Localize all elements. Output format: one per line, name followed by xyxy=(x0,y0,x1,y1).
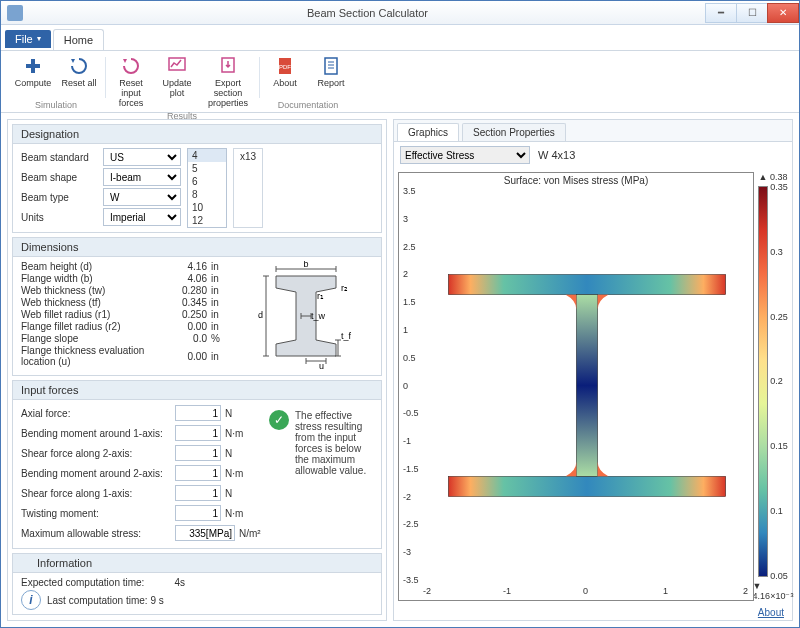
svg-text:d: d xyxy=(258,310,263,320)
graphics-tabs: Graphics Section Properties xyxy=(394,120,792,142)
force-label: Maximum allowable stress: xyxy=(21,528,171,539)
close-button[interactable]: ✕ xyxy=(767,3,799,23)
colorbar: ▲ 0.38 0.350.30.250.20.150.10.05 ▼ 4.16×… xyxy=(758,172,788,601)
left-pane: Designation Beam standardUS Beam shapeI-… xyxy=(7,119,387,621)
about-button[interactable]: PDF About xyxy=(263,53,307,91)
ribbon-group-simulation: Compute Reset all Simulation xyxy=(7,53,105,112)
tab-section-properties[interactable]: Section Properties xyxy=(462,123,566,141)
file-menu[interactable]: File xyxy=(5,30,51,48)
force-input[interactable] xyxy=(175,405,221,421)
force-input[interactable] xyxy=(175,465,221,481)
label-beam-type: Beam type xyxy=(21,192,99,203)
plot-type-select[interactable]: Effective Stress xyxy=(400,146,530,164)
pdf-icon: PDF xyxy=(274,55,296,77)
svg-rect-23 xyxy=(448,476,725,496)
tab-home[interactable]: Home xyxy=(53,29,104,50)
information-header: Information xyxy=(13,554,381,573)
export-button[interactable]: Export section properties xyxy=(201,53,255,111)
content: Designation Beam standardUS Beam shapeI-… xyxy=(1,113,799,627)
report-icon xyxy=(320,55,342,77)
reset-forces-icon xyxy=(120,55,142,77)
dim-label: Web fillet radius (r1) xyxy=(21,309,171,320)
reset-icon xyxy=(68,55,90,77)
stress-plot[interactable]: Surface: von Mises stress (MPa) xyxy=(398,172,754,601)
graph-toolbar: Effective Stress W 4x13 xyxy=(394,142,792,168)
forces-header: Input forces xyxy=(13,381,381,400)
about-link[interactable]: About xyxy=(394,605,792,620)
dim-value: 0.00 xyxy=(171,351,207,362)
force-label: Bending moment around 2-axis: xyxy=(21,468,171,479)
ok-icon: ✓ xyxy=(269,410,289,430)
section-id-label: W 4x13 xyxy=(538,149,575,161)
beam-type-select[interactable]: W xyxy=(103,188,181,206)
svg-text:b: b xyxy=(303,261,308,269)
report-button[interactable]: Report xyxy=(309,53,353,91)
label-beam-standard: Beam standard xyxy=(21,152,99,163)
dim-value: 0.00 xyxy=(171,321,207,332)
units-select[interactable]: Imperial xyxy=(103,208,181,226)
graph-area: Surface: von Mises stress (MPa) xyxy=(394,168,792,605)
force-input[interactable] xyxy=(175,505,221,521)
dimensions-header: Dimensions xyxy=(13,238,381,257)
dim-value: 0.345 xyxy=(171,297,207,308)
designation-section: Designation Beam standardUS Beam shapeI-… xyxy=(12,124,382,233)
dim-value: 0.0 xyxy=(171,333,207,344)
svg-text:r₂: r₂ xyxy=(341,283,348,293)
force-label: Shear force along 1-axis: xyxy=(21,488,171,499)
export-icon xyxy=(217,55,239,77)
force-input[interactable] xyxy=(175,445,221,461)
minimize-button[interactable]: ━ xyxy=(705,3,737,23)
svg-rect-1 xyxy=(31,59,35,73)
svg-rect-22 xyxy=(448,274,725,294)
forces-status: ✓ The effective stress resulting from th… xyxy=(269,404,373,544)
force-label: Bending moment around 1-axis: xyxy=(21,428,171,439)
dim-label: Beam height (d) xyxy=(21,261,171,272)
designation-header: Designation xyxy=(13,125,381,144)
svg-text:u: u xyxy=(319,361,324,371)
colorbar-gradient xyxy=(758,186,768,577)
dim-label: Flange thickness evaluation location (u) xyxy=(21,345,171,367)
ribbon-group-documentation: PDF About Report Documentation xyxy=(259,53,357,112)
dim-label: Flange width (b) xyxy=(21,273,171,284)
force-label: Twisting moment: xyxy=(21,508,171,519)
label-units: Units xyxy=(21,212,99,223)
dim-label: Flange slope xyxy=(21,333,171,344)
dim-value: 0.280 xyxy=(171,285,207,296)
dim-value: 4.06 xyxy=(171,273,207,284)
app-icon xyxy=(7,5,23,21)
force-input[interactable] xyxy=(175,425,221,441)
size-listbox[interactable]: 4568101214 xyxy=(187,148,227,228)
force-input[interactable] xyxy=(175,485,221,501)
force-label: Shear force along 2-axis: xyxy=(21,448,171,459)
window-title: Beam Section Calculator xyxy=(29,7,706,19)
forces-section: Input forces Axial force:NBending moment… xyxy=(12,380,382,549)
svg-text:t_w: t_w xyxy=(311,311,326,321)
force-input[interactable] xyxy=(175,525,235,541)
dimensions-section: Dimensions Beam height (d)4.16inFlange w… xyxy=(12,237,382,376)
dim-label: Web thickness (tf) xyxy=(21,297,171,308)
menubar: File Home xyxy=(1,25,799,51)
svg-text:r₁: r₁ xyxy=(317,291,324,301)
reset-all-button[interactable]: Reset all xyxy=(57,53,101,91)
information-section: Information Expected computation time:4s… xyxy=(12,553,382,615)
force-label: Axial force: xyxy=(21,408,171,419)
reset-forces-button[interactable]: Reset input forces xyxy=(109,53,153,111)
variant-label: x13 xyxy=(233,148,263,228)
app-window: Beam Section Calculator ━ ☐ ✕ File Home … xyxy=(0,0,800,628)
tab-graphics[interactable]: Graphics xyxy=(397,123,459,141)
right-pane: Graphics Section Properties Effective St… xyxy=(393,119,793,621)
svg-rect-24 xyxy=(576,295,597,477)
maximize-button[interactable]: ☐ xyxy=(736,3,768,23)
dim-label: Flange fillet radius (r2) xyxy=(21,321,171,332)
svg-text:PDF: PDF xyxy=(279,64,291,70)
ribbon-group-results: Reset input forces Update plot Export se… xyxy=(105,53,259,112)
beam-shape-select[interactable]: I-beam xyxy=(103,168,181,186)
dim-label: Web thickness (tw) xyxy=(21,285,171,296)
compute-button[interactable]: Compute xyxy=(11,53,55,91)
svg-rect-6 xyxy=(325,58,337,74)
update-plot-button[interactable]: Update plot xyxy=(155,53,199,111)
dim-value: 0.250 xyxy=(171,309,207,320)
ribbon: Compute Reset all Simulation Reset input… xyxy=(1,51,799,113)
info-icon: i xyxy=(21,590,41,610)
beam-standard-select[interactable]: US xyxy=(103,148,181,166)
